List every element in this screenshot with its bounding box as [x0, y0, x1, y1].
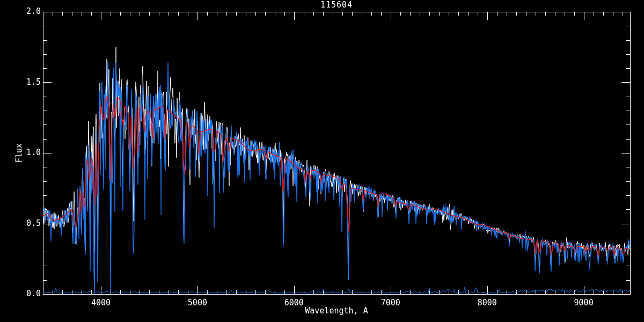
y-tick-label-0.5: 0.5: [9, 219, 41, 228]
spectrum-plot-window: 115604 Flux Wavelength, A 40005000600070…: [0, 0, 644, 322]
x-tick-label-9000: 9000: [574, 299, 594, 307]
x-tick-label-6000: 6000: [284, 299, 304, 307]
x-tick-label-7000: 7000: [381, 299, 400, 307]
y-tick-label-1.0: 1.0: [9, 149, 41, 157]
spectrum-canvas: [0, 0, 644, 322]
x-tick-label-5000: 5000: [188, 299, 207, 307]
plot-title: 115604: [320, 1, 353, 9]
x-tick-label-4000: 4000: [91, 299, 111, 307]
y-tick-label-1.5: 1.5: [9, 78, 41, 86]
y-tick-label-0.0: 0.0: [9, 290, 41, 298]
x-axis-title: Wavelength, A: [305, 307, 368, 315]
y-tick-label-2.0: 2.0: [9, 8, 41, 16]
x-tick-label-8000: 8000: [478, 299, 497, 307]
